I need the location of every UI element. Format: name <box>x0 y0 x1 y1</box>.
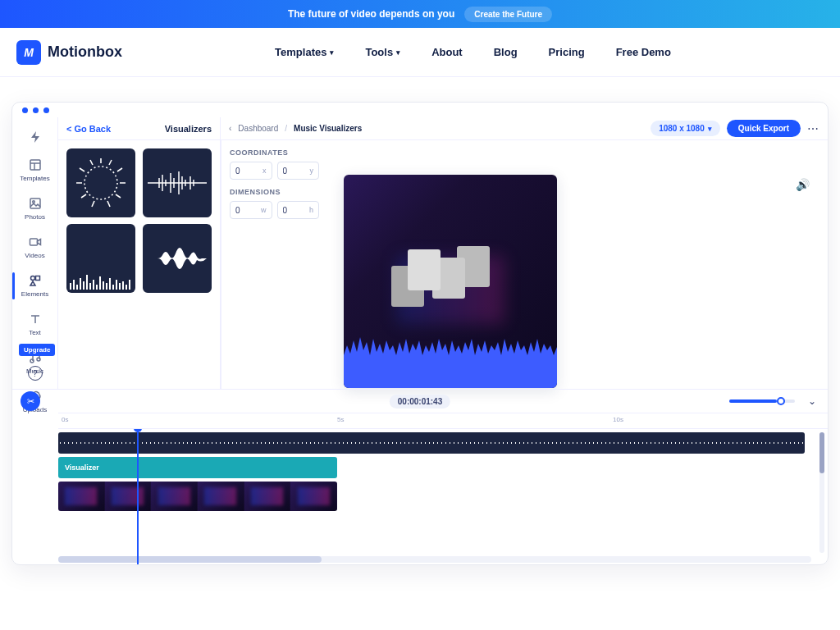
svg-line-16 <box>107 201 110 207</box>
svg-rect-38 <box>86 275 88 290</box>
time-ruler[interactable]: 0s 5s 10s <box>58 413 828 429</box>
preview-wave-overlay <box>344 331 557 388</box>
elements-panel: < Go Back Visualizers <box>58 117 221 389</box>
svg-rect-7 <box>35 276 39 281</box>
photos-icon <box>29 197 42 210</box>
svg-rect-39 <box>89 283 91 290</box>
vertical-scrollbar[interactable] <box>819 432 824 553</box>
svg-rect-51 <box>129 280 130 290</box>
sidebar-videos[interactable]: Videos <box>12 229 58 266</box>
help-button[interactable]: ? <box>28 366 43 381</box>
brand-name: Motionbox <box>48 43 122 61</box>
tracks-area: Visualizer <box>58 429 828 564</box>
coordinates-label: COORDINATES <box>230 148 319 157</box>
more-menu-icon[interactable]: ⋯ <box>807 122 819 135</box>
zoom-slider[interactable] <box>729 397 795 405</box>
svg-line-21 <box>90 160 93 165</box>
window-dot-icon <box>33 107 39 113</box>
svg-rect-47 <box>116 280 117 290</box>
svg-rect-46 <box>112 285 114 290</box>
svg-line-17 <box>92 201 94 207</box>
panel-title: Visualizers <box>165 124 212 134</box>
go-back-link[interactable]: < Go Back <box>66 124 111 134</box>
sidebar-spark[interactable] <box>12 124 58 150</box>
svg-point-9 <box>37 358 40 361</box>
chevron-down-icon: ▾ <box>708 125 712 133</box>
quick-export-button[interactable]: Quick Export <box>727 120 801 137</box>
h-input[interactable]: h <box>277 201 320 219</box>
timecode-display: 00:00:01:43 <box>390 395 450 409</box>
split-clip-button[interactable]: ✂ <box>21 391 40 411</box>
playhead[interactable] <box>137 429 139 564</box>
nav-about[interactable]: About <box>431 46 463 58</box>
tool-sidebar: Templates Photos Videos Elements Text Mu… <box>12 117 58 389</box>
resolution-dropdown[interactable]: 1080 x 1080▾ <box>651 121 720 136</box>
expand-timeline-icon[interactable]: ⌄ <box>808 395 816 407</box>
nav-demo[interactable]: Free Demo <box>616 46 671 58</box>
svg-point-6 <box>30 276 34 281</box>
nav-templates[interactable]: Templates▾ <box>275 46 334 58</box>
visualizer-bars[interactable] <box>66 224 135 293</box>
svg-point-10 <box>84 167 117 199</box>
sidebar-text[interactable]: Text <box>12 306 58 343</box>
audio-track[interactable] <box>58 432 805 454</box>
visualizer-waveform[interactable] <box>143 148 212 217</box>
elements-icon <box>29 274 42 287</box>
svg-rect-37 <box>83 281 84 290</box>
window-dot-icon <box>43 107 49 113</box>
svg-rect-49 <box>122 281 124 290</box>
banner-cta-button[interactable]: Create the Future <box>464 7 552 22</box>
svg-rect-0 <box>30 160 40 170</box>
svg-rect-35 <box>76 285 78 290</box>
svg-rect-3 <box>30 199 40 208</box>
video-track[interactable] <box>58 482 337 511</box>
breadcrumb-dashboard[interactable]: Dashboard <box>238 124 278 133</box>
breadcrumb-back-icon[interactable]: ‹ <box>229 124 231 133</box>
chevron-down-icon: ▾ <box>330 48 334 57</box>
nav-tools[interactable]: Tools▾ <box>365 46 400 58</box>
svg-rect-33 <box>70 283 71 290</box>
svg-rect-5 <box>30 239 37 245</box>
brand-logo[interactable]: M Motionbox <box>16 40 122 65</box>
spark-icon <box>29 130 42 144</box>
canvas-preview[interactable] <box>344 175 557 388</box>
site-navbar: M Motionbox Templates▾ Tools▾ About Blog… <box>0 28 840 77</box>
nav-links: Templates▾ Tools▾ About Blog Pricing Fre… <box>275 46 671 58</box>
speaker-icon[interactable]: 🔊 <box>796 178 810 191</box>
w-input[interactable]: w <box>230 201 272 219</box>
breadcrumb-current: Music Visualizers <box>294 124 362 133</box>
sidebar-elements[interactable]: Elements <box>12 267 58 304</box>
horizontal-scrollbar[interactable] <box>58 556 811 563</box>
x-input[interactable]: x <box>230 162 272 180</box>
properties-panel: COORDINATES x y DIMENSIONS w h <box>221 140 327 389</box>
nav-blog[interactable]: Blog <box>494 46 518 58</box>
banner-text: The future of video depends on you <box>288 8 454 20</box>
svg-rect-34 <box>73 280 75 290</box>
text-icon <box>29 313 42 326</box>
visualizer-track[interactable]: Visualizer <box>58 457 337 478</box>
svg-line-12 <box>109 160 112 165</box>
promo-banner: The future of video depends on you Creat… <box>0 0 840 28</box>
svg-line-15 <box>116 194 121 198</box>
sidebar-photos[interactable]: Photos <box>12 190 58 227</box>
svg-rect-42 <box>99 276 101 290</box>
nav-pricing[interactable]: Pricing <box>549 46 585 58</box>
sidebar-templates[interactable]: Templates <box>12 152 58 189</box>
visualizer-circle[interactable] <box>66 148 135 217</box>
svg-line-20 <box>80 168 84 171</box>
svg-point-4 <box>32 201 34 203</box>
breadcrumb-separator: / <box>285 124 287 133</box>
visualizer-blob[interactable] <box>143 224 212 293</box>
svg-rect-36 <box>80 278 81 290</box>
svg-rect-40 <box>93 280 94 290</box>
svg-rect-44 <box>106 283 107 290</box>
svg-point-8 <box>30 359 34 363</box>
svg-line-18 <box>81 194 86 198</box>
svg-rect-48 <box>119 283 121 290</box>
svg-line-13 <box>117 168 122 171</box>
upgrade-button[interactable]: Upgrade <box>19 344 55 356</box>
svg-rect-43 <box>103 281 104 290</box>
y-input[interactable]: y <box>277 162 320 180</box>
timeline: ✂ 00:00:01:43 ⌄ 0s 5s 10s Visualizer <box>12 389 828 564</box>
svg-rect-45 <box>109 278 111 290</box>
